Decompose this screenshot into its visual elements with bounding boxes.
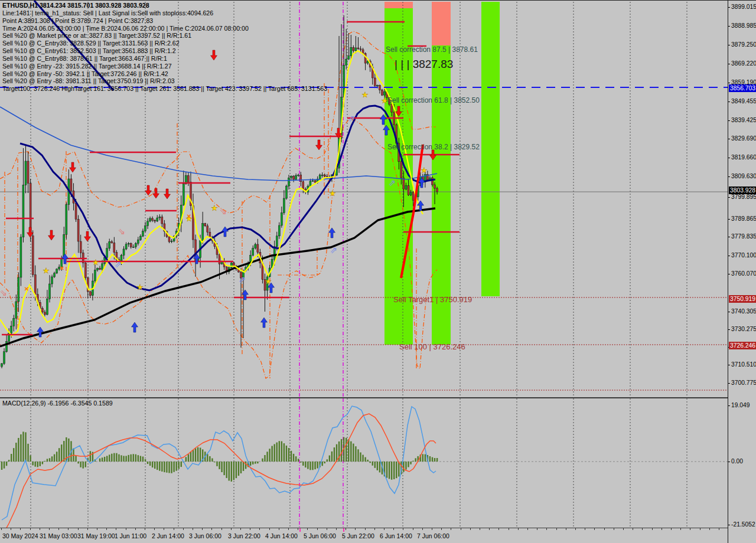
time-tick — [470, 528, 471, 530]
macd-histogram-bar — [276, 443, 278, 462]
candle-body — [309, 181, 311, 187]
sell-signal-arrow-icon — [145, 185, 152, 195]
candle-body — [353, 47, 354, 51]
sell-signal-arrow-icon — [316, 140, 322, 150]
candle-body — [168, 237, 170, 242]
macd-histogram-bar — [193, 450, 194, 462]
macd-histogram-bar — [56, 452, 57, 462]
axis-tick — [728, 7, 730, 8]
macd-histogram-bar — [40, 462, 41, 466]
candle-body — [376, 86, 378, 86]
price-axis-label: 3888.985 — [731, 22, 756, 29]
macd-histogram-bar — [398, 462, 399, 476]
macd-histogram-bar — [324, 462, 325, 463]
macd-histogram-bar — [305, 462, 306, 467]
price-axis[interactable]: 3899.0153888.9853879.2503869.2203859.190… — [728, 1, 756, 543]
macd-histogram-bar — [291, 451, 292, 462]
candle-body — [324, 175, 325, 176]
macd-histogram-bar — [120, 455, 122, 462]
candle-body — [15, 302, 17, 318]
macd-histogram-bar — [238, 462, 239, 476]
macd-histogram-bar — [350, 441, 351, 462]
macd-histogram-bar — [138, 455, 139, 462]
candle-body — [125, 244, 127, 249]
price-tag: 3803.928 — [729, 187, 756, 194]
price-axis-label: 3849.455 — [731, 98, 756, 104]
macd-histogram-bar — [312, 462, 313, 470]
time-tick — [700, 528, 700, 530]
macd-histogram-bar — [207, 454, 208, 462]
axis-tick — [728, 102, 730, 102]
macd-histogram-bar — [1, 462, 2, 470]
axis-tick — [728, 139, 730, 139]
time-tick — [298, 528, 298, 530]
time-tick — [365, 528, 366, 530]
time-tick — [250, 528, 250, 530]
time-tick — [509, 528, 509, 530]
time-tick — [614, 528, 614, 530]
candle-body — [219, 254, 220, 264]
price-axis-label: 3789.865 — [731, 215, 756, 222]
macd-panel[interactable] — [0, 398, 728, 528]
time-tick — [30, 528, 31, 530]
hollow-up-arrow-icon: ⇗ — [239, 274, 246, 284]
macd-histogram-bar — [37, 462, 38, 467]
macd-histogram-bar — [20, 434, 21, 462]
hollow-down-arrow-icon: ⇘ — [220, 206, 227, 216]
star-marker-icon: ★ — [329, 189, 336, 198]
candle-body — [276, 236, 278, 247]
macd-histogram-bar — [322, 462, 323, 466]
axis-tick — [728, 64, 730, 64]
candle-body — [355, 48, 357, 51]
candle-body — [80, 241, 82, 253]
time-tick — [183, 528, 184, 530]
candle-body — [109, 241, 110, 248]
candle-body — [145, 226, 146, 231]
price-chart[interactable]: ⇗⇗⇗⇗⇗⇘⇘⇘★★★★★★★★★★✕✕✕ — [0, 1, 728, 397]
candle-body — [202, 224, 204, 241]
macd-histogram-bar — [336, 444, 337, 462]
candle-body — [11, 326, 12, 333]
price-axis-label: 3839.425 — [731, 117, 756, 123]
cross-marker-icon: ✕ — [60, 265, 64, 272]
time-tick — [336, 528, 337, 530]
candle-body — [298, 175, 299, 175]
candle-body — [384, 92, 386, 96]
time-tick — [317, 528, 318, 530]
macd-histogram-bar — [77, 462, 79, 463]
sell-signal-arrow-icon — [48, 230, 55, 240]
buy-signal-arrow-icon — [132, 322, 138, 332]
macd-histogram-bar — [377, 462, 378, 470]
time-tick — [690, 528, 690, 530]
macd-histogram-bar — [13, 448, 14, 462]
macd-histogram-bar — [329, 456, 330, 462]
macd-histogram-bar — [355, 446, 356, 462]
macd-histogram-bar — [240, 462, 242, 473]
cross-marker-icon: ✕ — [187, 213, 191, 220]
time-tick — [164, 528, 164, 530]
time-tick — [346, 528, 346, 530]
axis-tick — [728, 219, 730, 220]
macd-histogram-bar — [434, 458, 435, 462]
candle-body — [77, 220, 79, 242]
macd-histogram-bar — [357, 449, 359, 462]
candle-body — [111, 241, 113, 243]
macd-histogram-bar — [364, 457, 366, 462]
macd-histogram-bar — [178, 462, 180, 469]
candle-body — [350, 47, 352, 56]
candle-body — [348, 56, 350, 59]
macd-histogram-bar — [200, 448, 201, 462]
time-tick — [154, 528, 155, 530]
magenta-time-tick — [343, 528, 344, 532]
macd-histogram-bar — [408, 462, 409, 467]
hollow-down-arrow-icon: ⇘ — [118, 226, 126, 236]
macd-histogram-bar — [393, 462, 395, 479]
time-tick — [106, 528, 107, 530]
time-tick — [604, 528, 605, 530]
axis-tick — [728, 383, 730, 384]
time-axis[interactable]: 30 May 202431 May 03:0031 May 19:001 Jun… — [0, 528, 728, 543]
candle-body — [157, 218, 158, 221]
macd-histogram-bar — [269, 449, 270, 462]
time-tick — [327, 528, 327, 530]
macd-histogram-bar — [432, 457, 433, 462]
